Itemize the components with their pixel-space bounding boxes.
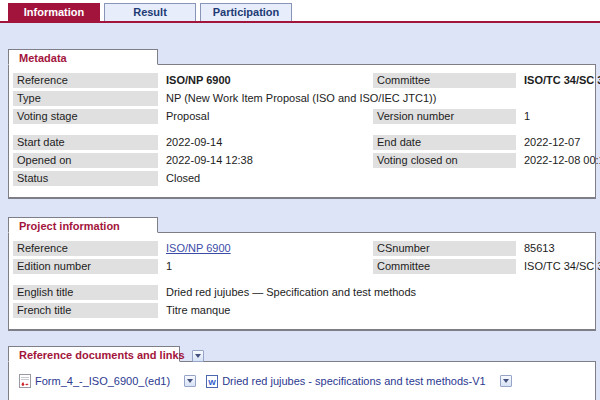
section-metadata-header: Metadata [8,49,158,65]
project-reference-value: ISO/NP 6900 [158,241,373,256]
tab-information[interactable]: Information [8,3,100,21]
metadata-reference-label: Reference [13,73,158,88]
section-metadata-title: Metadata [19,52,67,64]
tab-bar: Information Result Participation [0,0,600,23]
metadata-committee-value: ISO/TC 34/SC 3 [516,73,600,88]
word-icon: W [206,375,218,388]
project-french-title-value: Titre manque [158,303,585,318]
document-list: Form_4_-_ISO_6900_(ed1) W Dried red juju… [9,370,595,394]
section-project-title: Project information [19,220,120,232]
section-project-header: Project information [8,217,158,233]
row-type: Type NP (New Work Item Proposal (ISO and… [13,91,585,106]
metadata-voting-stage-label: Voting stage [13,109,158,124]
row-votingstage-version: Voting stage Proposal Version number 1 [13,109,585,124]
project-reference-link[interactable]: ISO/NP 6900 [166,242,231,254]
page-body: Metadata Reference ISO/NP 6900 Committee… [0,23,600,400]
metadata-opened-on-value: 2022-09-14 12:38 [158,153,373,168]
metadata-opened-on-label: Opened on [13,153,158,168]
chevron-down-icon [503,379,509,383]
tab-result[interactable]: Result [104,3,196,21]
section-metadata-body: Reference ISO/NP 6900 Committee ISO/TC 3… [8,64,596,199]
metadata-reference-value: ISO/NP 6900 [158,73,373,88]
section-metadata: Metadata Reference ISO/NP 6900 Committee… [8,49,596,199]
project-english-title-value: Dried red jujubes — Specification and te… [158,285,585,300]
project-csnumber-value: 85613 [516,241,585,256]
metadata-committee-label: Committee [373,73,516,88]
metadata-status-value: Closed [158,171,585,186]
project-edition-number-label: Edition number [13,259,158,274]
document-link-word[interactable]: W Dried red jujubes - specifications and… [206,375,486,388]
metadata-voting-stage-value: Proposal [158,109,373,124]
project-english-title-label: English title [13,285,158,300]
metadata-voting-closed-on-value: 2022-12-08 00:10 [516,153,600,168]
metadata-end-date-label: End date [373,135,516,150]
row-french-title: French title Titre manque [13,303,585,318]
section-project-information: Project information Reference ISO/NP 690… [8,217,596,331]
project-reference-label: Reference [13,241,158,256]
chevron-down-icon [187,379,193,383]
row-edition-committee: Edition number 1 Committee ISO/TC 34/SC … [13,259,585,274]
metadata-type-label: Type [13,91,158,106]
metadata-version-number-label: Version number [373,109,516,124]
document-link-pdf[interactable]: Form_4_-_ISO_6900_(ed1) [19,374,170,388]
row-reference-committee: Reference ISO/NP 6900 Committee ISO/TC 3… [13,73,585,88]
row-openedon-votingclosed: Opened on 2022-09-14 12:38 Voting closed… [13,153,585,168]
project-french-title-label: French title [13,303,158,318]
document-name: Form_4_-_ISO_6900_(ed1) [35,375,170,387]
section-references-body: Form_4_-_ISO_6900_(ed1) W Dried red juju… [8,361,596,400]
row-status: Status Closed [13,171,585,186]
section-references-header: Reference documents and links [8,346,180,362]
expand-icon[interactable] [192,350,204,362]
project-committee-value: ISO/TC 34/SC 3 [516,259,600,274]
project-csnumber-label: CSnumber [373,241,516,256]
chevron-down-icon [195,354,201,358]
section-reference-documents: Reference documents and links Form_4_-_I… [8,346,596,400]
row-english-title: English title Dried red jujubes — Specif… [13,285,585,300]
metadata-end-date-value: 2022-12-07 [516,135,585,150]
metadata-start-date-value: 2022-09-14 [158,135,373,150]
row-spacer [9,277,595,285]
metadata-type-value: NP (New Work Item Proposal (ISO and ISO/… [158,91,585,106]
expand-icon[interactable] [184,375,196,387]
project-committee-label: Committee [373,259,516,274]
metadata-status-label: Status [13,171,158,186]
section-references-title: Reference documents and links [19,349,185,361]
svg-text:W: W [208,377,216,386]
metadata-voting-closed-on-label: Voting closed on [373,153,516,168]
pdf-icon [19,374,31,388]
row-startdate-enddate: Start date 2022-09-14 End date 2022-12-0… [13,135,585,150]
tab-participation[interactable]: Participation [200,3,292,21]
document-name: Dried red jujubes - specifications and t… [222,375,486,387]
metadata-start-date-label: Start date [13,135,158,150]
row-spacer [9,127,595,135]
row-reference-csnumber: Reference ISO/NP 6900 CSnumber 85613 [13,241,585,256]
metadata-version-number-value: 1 [516,109,585,124]
project-edition-number-value: 1 [158,259,373,274]
section-project-body: Reference ISO/NP 6900 CSnumber 85613 Edi… [8,232,596,331]
expand-icon[interactable] [500,375,512,387]
